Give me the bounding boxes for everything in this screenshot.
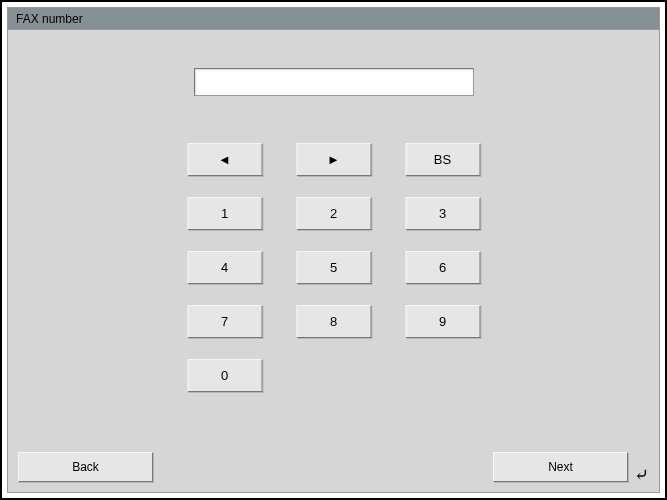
dialog-panel: FAX number ◄ ► BS 1 2 3 4 5 6 7 8 9 0 Ba… [7,7,660,493]
cursor-left-button[interactable]: ◄ [187,143,262,176]
next-group: Next ⤶ [493,452,649,482]
backspace-button[interactable]: BS [405,143,480,176]
enter-icon: ⤶ [634,466,649,484]
next-button[interactable]: Next [493,452,628,482]
footer-bar: Back Next ⤶ [18,452,649,482]
keypad-1-button[interactable]: 1 [187,197,262,230]
title-bar: FAX number [8,8,659,30]
window-frame: FAX number ◄ ► BS 1 2 3 4 5 6 7 8 9 0 Ba… [0,0,667,500]
keypad-5-button[interactable]: 5 [296,251,371,284]
back-button[interactable]: Back [18,452,153,482]
keypad-0-button[interactable]: 0 [187,359,262,392]
keypad-3-button[interactable]: 3 [405,197,480,230]
keypad-2-button[interactable]: 2 [296,197,371,230]
cursor-right-button[interactable]: ► [296,143,371,176]
keypad-8-button[interactable]: 8 [296,305,371,338]
title-text: FAX number [16,12,83,26]
keypad-7-button[interactable]: 7 [187,305,262,338]
keypad-6-button[interactable]: 6 [405,251,480,284]
fax-number-input[interactable] [194,68,474,96]
keypad-9-button[interactable]: 9 [405,305,480,338]
keypad-4-button[interactable]: 4 [187,251,262,284]
keypad: ◄ ► BS 1 2 3 4 5 6 7 8 9 0 [187,143,480,392]
